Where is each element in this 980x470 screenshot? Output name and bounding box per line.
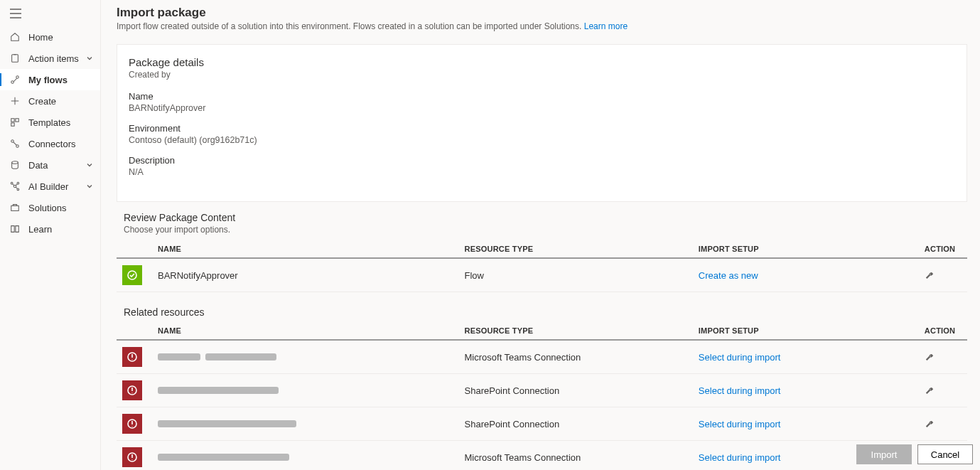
svg-point-7 <box>16 145 19 148</box>
col-setup: IMPORT SETUP <box>693 322 919 340</box>
col-action: ACTION <box>919 322 967 340</box>
sidebar-item-label: My flows <box>28 75 93 85</box>
action-wrench-icon[interactable] <box>925 418 935 430</box>
created-by-label: Created by <box>129 70 955 80</box>
col-name: NAME <box>152 322 459 340</box>
subtitle-text: Import flow created outside of a solutio… <box>117 21 584 31</box>
row-type: SharePoint Connection <box>459 374 693 407</box>
sidebar-item-label: Action items <box>28 53 86 64</box>
sidebar-item-action-items[interactable]: Action items <box>0 48 100 69</box>
row-name-redacted <box>152 340 459 374</box>
import-setup-link[interactable]: Select during import <box>699 452 781 463</box>
home-icon <box>9 32 21 42</box>
cancel-button[interactable]: Cancel <box>917 444 973 464</box>
svg-point-6 <box>11 140 14 143</box>
import-setup-link[interactable]: Create as new <box>699 270 758 281</box>
plus-icon <box>9 96 21 106</box>
sidebar-item-learn[interactable]: Learn <box>0 218 100 240</box>
chevron-down-icon <box>86 160 93 171</box>
import-setup-link[interactable]: Select during import <box>699 352 781 363</box>
action-wrench-icon[interactable] <box>925 269 935 282</box>
flow-icon <box>9 75 21 85</box>
row-type: Flow <box>459 258 693 292</box>
row-name-redacted <box>152 374 459 407</box>
learn-more-link[interactable]: Learn more <box>584 21 628 31</box>
col-type: RESOURCE TYPE <box>459 322 693 340</box>
status-error-icon <box>122 447 142 467</box>
status-error-icon <box>122 347 142 367</box>
sidebar-item-my-flows[interactable]: My flows <box>0 69 100 90</box>
chevron-down-icon <box>86 181 93 192</box>
clipboard-icon <box>9 53 21 63</box>
sidebar-item-label: Connectors <box>28 139 93 149</box>
row-name-redacted <box>152 407 459 441</box>
name-label: Name <box>129 91 955 102</box>
chevron-down-icon <box>86 53 93 64</box>
col-name: NAME <box>152 240 459 258</box>
sidebar-item-templates[interactable]: Templates <box>0 112 100 133</box>
template-icon <box>9 117 21 127</box>
svg-rect-13 <box>11 205 19 210</box>
row-name-redacted <box>152 441 459 471</box>
action-wrench-icon[interactable] <box>925 351 935 363</box>
solution-icon <box>9 203 21 213</box>
sidebar-item-connectors[interactable]: Connectors <box>0 133 100 154</box>
review-content-subtitle: Choose your import options. <box>124 225 967 235</box>
sidebar-item-create[interactable]: Create <box>0 90 100 112</box>
status-error-icon <box>122 380 142 400</box>
svg-rect-5 <box>11 123 14 126</box>
related-resources-title: Related resources <box>124 306 967 318</box>
svg-rect-0 <box>12 55 18 63</box>
sidebar: Home Action items My flows Create Templa… <box>0 0 101 470</box>
svg-point-1 <box>11 81 14 84</box>
svg-rect-3 <box>11 119 14 122</box>
svg-point-2 <box>16 76 19 79</box>
sidebar-item-home[interactable]: Home <box>0 26 100 48</box>
table-row: SharePoint Connection Select during impo… <box>117 407 967 441</box>
main-content: Import package Import flow created outsi… <box>101 0 980 470</box>
connector-icon <box>9 139 21 149</box>
row-type: Microsoft Teams Connection <box>459 441 693 471</box>
description-value: N/A <box>129 167 955 177</box>
svg-rect-4 <box>16 119 18 122</box>
data-icon <box>9 160 21 170</box>
review-content-title: Review Package Content <box>124 212 967 223</box>
import-setup-link[interactable]: Select during import <box>699 385 781 396</box>
page-subtitle: Import flow created outside of a solutio… <box>117 21 967 31</box>
environment-value: Contoso (default) (org9162b71c) <box>129 135 955 145</box>
sidebar-item-label: Data <box>28 160 86 171</box>
col-type: RESOURCE TYPE <box>459 240 693 258</box>
page-title: Import package <box>117 6 967 20</box>
environment-label: Environment <box>129 123 955 134</box>
row-name: BARNotifyApprover <box>152 258 459 292</box>
sidebar-item-label: Solutions <box>28 203 93 213</box>
table-row: BARNotifyApprover Flow Create as new <box>117 258 967 292</box>
status-error-icon <box>122 414 142 434</box>
row-type: SharePoint Connection <box>459 407 693 441</box>
svg-point-8 <box>12 161 18 164</box>
sidebar-item-ai-builder[interactable]: AI Builder <box>0 176 100 197</box>
import-button[interactable]: Import <box>856 444 912 464</box>
sidebar-item-label: Templates <box>28 117 93 128</box>
sidebar-item-label: Create <box>28 96 93 107</box>
col-action: ACTION <box>919 240 967 258</box>
review-content-table: NAME RESOURCE TYPE IMPORT SETUP ACTION B… <box>117 240 967 292</box>
package-details-title: Package details <box>129 56 955 68</box>
footer-actions: Import Cancel <box>856 444 973 464</box>
package-details-card: Package details Created by Name BARNotif… <box>117 44 967 202</box>
sidebar-item-label: AI Builder <box>28 181 86 192</box>
import-setup-link[interactable]: Select during import <box>699 419 781 429</box>
table-row: Microsoft Teams Connection Select during… <box>117 441 967 471</box>
sidebar-item-label: Home <box>28 32 93 43</box>
related-resources-table: NAME RESOURCE TYPE IMPORT SETUP ACTION M… <box>117 322 967 470</box>
description-label: Description <box>129 155 955 166</box>
action-wrench-icon[interactable] <box>925 385 935 397</box>
hamburger-menu[interactable] <box>0 0 100 26</box>
table-row: SharePoint Connection Select during impo… <box>117 374 967 407</box>
sidebar-item-data[interactable]: Data <box>0 154 100 176</box>
sidebar-item-label: Learn <box>28 224 93 235</box>
col-setup: IMPORT SETUP <box>693 240 919 258</box>
status-ok-icon <box>122 265 142 285</box>
name-value: BARNotifyApprover <box>129 103 955 113</box>
sidebar-item-solutions[interactable]: Solutions <box>0 197 100 218</box>
